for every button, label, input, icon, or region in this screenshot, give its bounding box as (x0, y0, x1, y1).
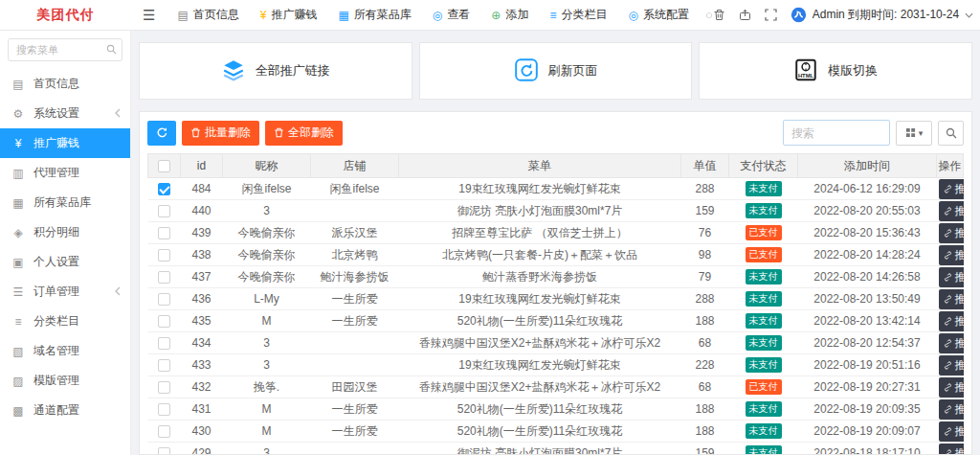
sidebar-search (8, 38, 122, 61)
sidebar-item[interactable]: ▣个人设置 (0, 247, 130, 277)
payment-status-badge: 未支付 (746, 203, 782, 218)
cell-id: 433 (181, 354, 223, 376)
cell-menu: 香辣鸡腿中国汉堡X2+盐酥鸡米花＋冰柠可乐X2 (399, 332, 681, 354)
cell-menu: 520礼物(一生所爱)11朵红玫瑰花 (399, 398, 681, 421)
topnav-item[interactable]: ¥推广赚钱 (250, 0, 328, 30)
sidebar-item[interactable]: ▤首页信息 (0, 69, 130, 99)
refresh-button[interactable] (147, 121, 176, 146)
table-row: 4403御泥坊 亮肤小灯泡面膜30ml*7片159未支付2022-08-20 2… (148, 200, 964, 222)
row-checkbox[interactable] (158, 315, 170, 328)
cell-price: 79 (681, 266, 729, 288)
sidebar-item[interactable]: ▥代理管理 (0, 158, 130, 188)
table-search-button[interactable] (938, 121, 964, 146)
topnav-item[interactable]: ≡分类栏目 (539, 0, 617, 30)
columns-toggle-button[interactable]: ▾ (896, 121, 932, 146)
promo-link-button[interactable]: 推广链接 (939, 399, 964, 420)
promo-link-label: 推广链接 (955, 424, 964, 439)
row-checkbox[interactable] (158, 227, 170, 239)
payment-status-badge: 未支付 (746, 313, 782, 329)
topnav-item[interactable]: ▤首页信息 (167, 0, 249, 30)
topnav-item[interactable]: ▦所有菜品库 (327, 0, 421, 30)
cell-menu: 19束红玫瑰网红发光蜿灯鲜花束 (399, 178, 681, 200)
hamburger-icon[interactable]: ☰ (131, 7, 167, 24)
home-icon: ▤ (11, 78, 25, 91)
row-checkbox[interactable] (158, 293, 170, 306)
channel-icon: ▩ (11, 404, 25, 418)
cell-shop: 鲍汁海参捞饭 (311, 266, 399, 288)
sidebar-item[interactable]: ≡分类栏目 (0, 307, 130, 336)
row-checkbox[interactable] (158, 249, 170, 262)
card-refresh-page[interactable]: 刷新页面 (419, 42, 693, 100)
sidebar-item[interactable]: ▧域名管理 (0, 336, 130, 366)
category-icon: ≡ (11, 315, 25, 329)
column-header: 支付状态 (729, 154, 798, 178)
promo-link-button[interactable]: 推广链接 (939, 289, 964, 309)
row-checkbox[interactable] (158, 403, 170, 416)
sidebar-item[interactable]: ▨模版管理 (0, 366, 130, 396)
cell-shop: 一生所爱 (311, 288, 399, 310)
row-checkbox[interactable] (158, 381, 170, 394)
column-header: 添加时间 (798, 154, 937, 178)
export-box-icon[interactable] (739, 9, 751, 21)
topbar: 美团代付 ☰ ▤首页信息¥推广赚钱▦所有菜品库◎查看⊕添加≡分类栏目◎系统配置 … (0, 0, 980, 31)
cell-shop: 一生所爱 (311, 421, 399, 443)
table-header-row: id昵称店铺菜单单值支付状态添加时间操作 (148, 154, 964, 178)
cell-shop: 田园汉堡 (311, 376, 399, 398)
sidebar-item-label: 模版管理 (33, 373, 79, 389)
toolbar-right: ▾ (783, 120, 964, 146)
promo-link-button[interactable]: 推广链接 (939, 377, 964, 398)
row-checkbox[interactable] (158, 359, 170, 372)
row-checkbox[interactable] (158, 271, 170, 284)
sidebar-item[interactable]: ▩通道配置 (0, 396, 130, 425)
promo-link-button[interactable]: 推广链接 (939, 421, 964, 442)
column-header: 昵称 (223, 154, 311, 178)
delete-all-label: 全部删除 (288, 125, 334, 141)
promo-link-button[interactable]: 推广链接 (939, 333, 964, 353)
sidebar-item[interactable]: ☰订单管理 (0, 277, 130, 307)
select-all-checkbox[interactable] (158, 160, 170, 172)
table-search-input[interactable] (783, 120, 890, 146)
topnav-label: 查看 (447, 7, 470, 23)
trash-icon[interactable] (713, 9, 725, 21)
app-logo: 美团代付 (0, 7, 131, 24)
cell-shop: 北京烤鸭 (311, 244, 399, 266)
table-row: 4343香辣鸡腿中国汉堡X2+盐酥鸡米花＋冰柠可乐X268未支付2022-08-… (148, 332, 964, 354)
cell-menu: 御泥坊 亮肤小灯泡面膜30ml*7片 (399, 443, 681, 455)
promo-link-button[interactable]: 推广链接 (939, 179, 964, 199)
sidebar-item[interactable]: ¥推广赚钱 (0, 128, 130, 158)
cell-nickname: 今晚偷亲你 (223, 222, 311, 244)
layout: ▤首页信息⚙系统设置¥推广赚钱▥代理管理▦所有菜品库◈积分明细▣个人设置☰订单管… (0, 31, 980, 455)
settings-icon: ⚙ (11, 107, 25, 121)
sidebar-item[interactable]: ▦所有菜品库 (0, 188, 130, 217)
topnav-item[interactable]: ◎查看 (422, 0, 480, 30)
row-checkbox[interactable] (158, 183, 170, 195)
promo-link-button[interactable]: 推广链接 (939, 223, 964, 243)
row-checkbox[interactable] (158, 205, 170, 217)
row-checkbox[interactable] (158, 337, 170, 350)
cell-nickname: 3 (223, 332, 311, 354)
promo-link-button[interactable]: 推广链接 (939, 201, 964, 221)
delete-all-button[interactable]: 全部删除 (265, 121, 343, 146)
promo-link-button[interactable]: 推广链接 (939, 245, 964, 265)
topnav-item[interactable]: ⊕添加 (480, 0, 539, 30)
card-all-promo-links[interactable]: 全部推广链接 (139, 42, 412, 100)
fullscreen-icon[interactable] (765, 9, 777, 21)
image-icon: ▤ (177, 10, 188, 21)
batch-delete-button[interactable]: 批量删除 (182, 121, 259, 146)
promo-link-label: 推广链接 (955, 402, 964, 417)
promo-link-button[interactable]: 推广链接 (939, 444, 964, 455)
promo-link-button[interactable]: 推广链接 (939, 267, 964, 287)
card-template-switch[interactable]: HTML 模版切换 (699, 42, 972, 100)
promo-link-button[interactable]: 推广链接 (939, 311, 964, 331)
promo-link-button[interactable]: 推广链接 (939, 355, 964, 375)
cell-added-time: 2022-08-19 20:09:07 (798, 421, 937, 443)
row-checkbox[interactable] (158, 425, 170, 438)
sidebar-item[interactable]: ⚙系统设置 (0, 99, 130, 128)
cell-added-time: 2022-08-20 20:55:03 (798, 200, 937, 222)
row-checkbox[interactable] (158, 447, 170, 455)
cell-price: 188 (681, 310, 729, 332)
sidebar-search-input[interactable] (8, 38, 122, 61)
sidebar-item[interactable]: ◈积分明细 (0, 217, 130, 247)
topnav-item[interactable]: ◎系统配置 (617, 0, 699, 30)
admin-menu[interactable]: Admin 到期时间: 2031-10-24 (791, 7, 973, 23)
